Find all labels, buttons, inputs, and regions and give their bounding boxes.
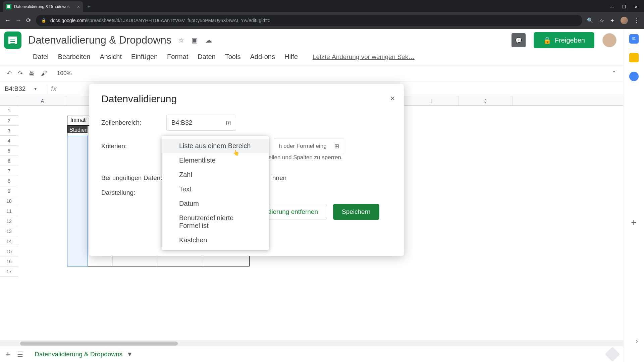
move-icon[interactable]: ▣ (192, 36, 198, 44)
row-2[interactable]: 2 (0, 116, 18, 126)
redo-icon[interactable]: ↷ (18, 70, 23, 77)
row-4[interactable]: 4 (0, 136, 18, 146)
zoom-select[interactable]: 100% (57, 70, 71, 77)
explore-icon[interactable] (605, 347, 620, 362)
extensions-icon[interactable]: ✦ (610, 17, 614, 24)
fx-icon: fx (47, 84, 60, 93)
row-13[interactable]: 13 (0, 226, 18, 236)
menu-icon[interactable]: ⋮ (634, 17, 639, 24)
criteria-option-number[interactable]: Zahl (162, 168, 269, 182)
row-14[interactable]: 14 (0, 236, 18, 246)
col-j[interactable]: J (459, 96, 513, 105)
comments-button[interactable]: 💬 (512, 33, 526, 47)
print-icon[interactable]: 🖶 (29, 70, 35, 77)
translate-icon[interactable]: 🔍 (587, 17, 593, 23)
star-icon[interactable]: ☆ (599, 17, 604, 24)
save-button[interactable]: Speichern (333, 204, 379, 220)
menu-ansicht[interactable]: Ansicht (100, 53, 122, 61)
url-field[interactable]: 🔒 docs.google.com/spreadsheets/d/1JKUDAN… (36, 15, 582, 26)
select-all-corner[interactable] (0, 96, 18, 105)
last-edit-link[interactable]: Letzte Änderung vor wenigen Sek… (313, 53, 415, 61)
app: Datenvalidierung & Dropdowns ☆ ▣ ☁ 💬 🔒 F… (0, 29, 644, 362)
profile-avatar-icon[interactable] (621, 17, 628, 24)
criteria-option-list-of-items[interactable]: Elementliste (162, 153, 269, 168)
menu-bearbeiten[interactable]: Bearbeiten (58, 53, 91, 61)
browser-tab[interactable]: Datenvalidierung & Dropdowns × (3, 1, 83, 12)
col-a[interactable]: A (18, 96, 67, 105)
add-addon-icon[interactable]: + (631, 217, 636, 228)
undo-icon[interactable]: ↶ (7, 70, 12, 77)
criteria-option-list-from-range[interactable]: Liste aus einem Bereich (162, 139, 269, 153)
row-15[interactable]: 15 (0, 246, 18, 256)
tab-close-icon[interactable]: × (77, 4, 80, 9)
browser-chrome: Datenvalidierung & Dropdowns × + — ❐ ✕ ←… (0, 0, 644, 29)
side-panel: + (623, 29, 644, 362)
sheet-tab-menu-icon[interactable]: ▼ (126, 351, 133, 358)
menu-addons[interactable]: Add-ons (250, 53, 275, 61)
criteria-formula-input[interactable]: h oder Formel eing ⊞ (274, 138, 344, 154)
close-window-icon[interactable]: ✕ (634, 4, 638, 9)
back-icon[interactable]: ← (5, 17, 11, 24)
calendar-icon[interactable] (629, 34, 639, 44)
horizontal-scrollbar[interactable] (0, 341, 623, 346)
star-doc-icon[interactable]: ☆ (178, 36, 184, 44)
range-picker-icon-2[interactable]: ⊞ (334, 143, 339, 150)
col-i[interactable]: I (405, 96, 459, 105)
sheet-tab-active[interactable]: Datenvalidierung & Dropdowns ▼ (30, 348, 138, 361)
menu-format[interactable]: Format (167, 53, 188, 61)
reload-icon[interactable]: ⟳ (26, 17, 31, 24)
row-8[interactable]: 8 (0, 176, 18, 186)
account-avatar[interactable] (602, 33, 616, 47)
window-controls: — ❐ ✕ (610, 4, 644, 12)
sheets-favicon (6, 4, 11, 9)
tasks-icon[interactable] (629, 72, 639, 81)
maximize-icon[interactable]: ❐ (622, 4, 626, 9)
paint-format-icon[interactable]: 🖌 (41, 70, 47, 77)
range-picker-icon[interactable]: ⊞ (226, 119, 231, 127)
row-6[interactable]: 6 (0, 156, 18, 166)
keep-icon[interactable] (629, 53, 639, 62)
remove-validation-button[interactable]: dierung entfernen (259, 204, 327, 220)
side-panel-collapse-icon[interactable]: › (636, 337, 638, 345)
forward-icon[interactable]: → (15, 17, 21, 24)
invalid-option-partial: hnen (272, 174, 286, 182)
name-box[interactable]: B4:B32 ▼ (0, 85, 47, 93)
namebox-dropdown-icon[interactable]: ▼ (34, 87, 37, 91)
add-sheet-icon[interactable]: + (5, 349, 10, 359)
collapse-toolbar-icon[interactable]: ⌃ (611, 70, 616, 77)
doc-title[interactable]: Datenvalidierung & Dropdowns (28, 34, 171, 46)
row-12[interactable]: 12 (0, 216, 18, 226)
cell-range-input[interactable]: B4:B32 ⊞ (166, 115, 236, 131)
criteria-option-checkbox[interactable]: Kästchen (162, 233, 269, 247)
cell-b2: Immatr (68, 116, 89, 124)
sheets-logo-icon[interactable] (4, 32, 21, 49)
row-7[interactable]: 7 (0, 166, 18, 176)
row-1[interactable]: 1 (0, 106, 18, 116)
doc-header: Datenvalidierung & Dropdowns ☆ ▣ ☁ 💬 🔒 F… (0, 29, 623, 49)
criteria-option-custom-formula[interactable]: Benutzerdefinierte Formel ist (162, 211, 269, 233)
sheet-tabs-bar: + ☰ Datenvalidierung & Dropdowns ▼ (0, 346, 623, 362)
cell-range-label: Zellenbereich: (101, 119, 166, 126)
menu-daten[interactable]: Daten (198, 53, 215, 61)
new-tab-button[interactable]: + (87, 3, 91, 10)
cloud-status-icon: ☁ (205, 36, 212, 44)
all-sheets-icon[interactable]: ☰ (17, 350, 23, 358)
address-bar: ← → ⟳ 🔒 docs.google.com/spreadsheets/d/1… (0, 12, 644, 29)
criteria-option-text[interactable]: Text (162, 182, 269, 196)
row-3[interactable]: 3 (0, 126, 18, 136)
criteria-option-date[interactable]: Datum (162, 196, 269, 211)
menu-tools[interactable]: Tools (225, 53, 241, 61)
row-16[interactable]: 16 (0, 256, 18, 266)
dialog-close-icon[interactable]: × (390, 93, 395, 104)
share-button[interactable]: 🔒 Freigeben (534, 32, 594, 48)
menu-einfuegen[interactable]: Einfügen (131, 53, 158, 61)
row-11[interactable]: 11 (0, 206, 18, 216)
row-9[interactable]: 9 (0, 186, 18, 196)
menu-hilfe[interactable]: Hilfe (284, 53, 298, 61)
row-10[interactable]: 10 (0, 196, 18, 206)
minimize-icon[interactable]: — (610, 4, 614, 9)
menu-datei[interactable]: Datei (33, 53, 49, 61)
row-17[interactable]: 17 (0, 266, 18, 277)
row-5[interactable]: 5 (0, 146, 18, 156)
menu-bar: Datei Bearbeiten Ansicht Einfügen Format… (0, 49, 623, 65)
